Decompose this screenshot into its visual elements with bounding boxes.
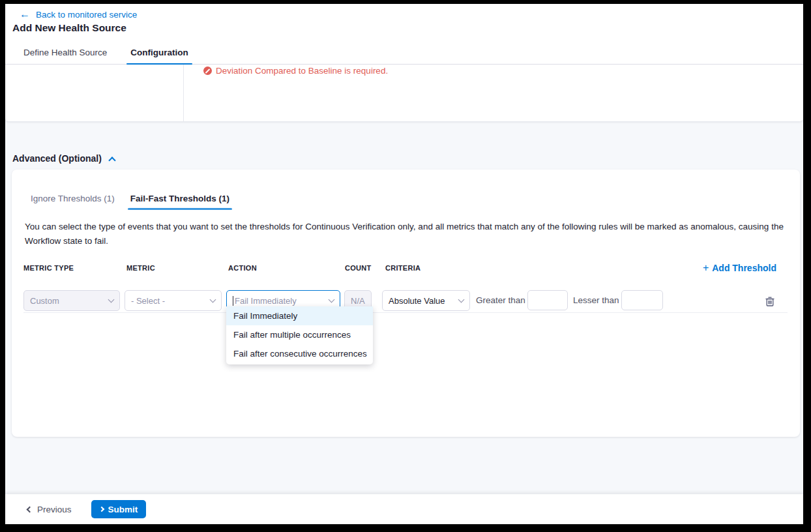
advanced-heading-label: Advanced (Optional): [12, 153, 102, 164]
advanced-optional-toggle[interactable]: Advanced (Optional): [12, 153, 115, 164]
count-value: N/A: [351, 296, 365, 306]
metric-type-value: Custom: [30, 296, 59, 306]
chevron-up-icon: [108, 156, 115, 164]
tab-configuration[interactable]: Configuration: [126, 40, 192, 64]
chevron-down-icon: [210, 296, 216, 303]
main-tabbar: Define Health Source Configuration: [5, 40, 803, 65]
add-threshold-label: Add Threshold: [712, 263, 776, 273]
back-link-label: Back to monitored service: [36, 10, 137, 20]
action-value: Fail Immediately: [235, 296, 297, 306]
criteria-select[interactable]: Absolute Value: [382, 290, 470, 311]
criteria-value: Absolute Value: [389, 296, 445, 306]
page-title: Add New Health Source: [12, 22, 126, 34]
footer-bar: Previous Submit: [5, 494, 803, 524]
text-caret: [233, 296, 233, 306]
menu-item-fail-immediately[interactable]: Fail Immediately: [226, 306, 373, 325]
previous-label: Previous: [37, 505, 72, 514]
panel-divider: [183, 65, 184, 121]
thresholds-tabbar: Ignore Thresholds (1) Fail-Fast Threshol…: [12, 170, 800, 210]
menu-item-fail-after-consecutive[interactable]: Fail after consecutive occurrences: [226, 344, 373, 363]
metric-value: - Select -: [131, 296, 165, 306]
col-metric: METRIC: [126, 264, 155, 272]
action-value-wrap: Fail Immediately: [233, 296, 297, 306]
action-dropdown-menu: Fail Immediately Fail after multiple occ…: [226, 306, 373, 364]
chevron-left-icon: [27, 506, 33, 512]
lesser-than-input[interactable]: [621, 290, 663, 310]
plus-icon: +: [703, 262, 709, 274]
submit-label: Submit: [108, 505, 138, 514]
lesser-than-label: Lesser than: [573, 295, 619, 305]
previous-button[interactable]: Previous: [27, 505, 72, 514]
metric-type-select[interactable]: Custom: [23, 290, 120, 311]
greater-than-input[interactable]: [527, 290, 568, 310]
back-to-monitored-service-link[interactable]: ← Back to monitored service: [20, 9, 137, 20]
threshold-row: Custom - Select - Fail Immediately N/A A…: [12, 290, 800, 312]
trash-icon: [765, 296, 775, 307]
greater-than-label: Greater than: [476, 295, 525, 305]
metric-select[interactable]: - Select -: [125, 290, 222, 311]
delete-threshold-button[interactable]: [763, 294, 777, 308]
col-metric-type: METRIC TYPE: [23, 264, 74, 272]
thresholds-description: You can select the type of events that y…: [25, 220, 784, 248]
tab-define-health-source[interactable]: Define Health Source: [20, 40, 111, 64]
submit-button[interactable]: Submit: [91, 500, 147, 518]
validation-error: Deviation Compared to Baseline is requir…: [203, 65, 388, 76]
thresholds-table-header: METRIC TYPE METRIC ACTION COUNT CRITERIA…: [12, 264, 800, 274]
col-count: COUNT: [345, 264, 372, 272]
chevron-right-icon: [98, 507, 104, 512]
back-arrow-icon: ←: [20, 9, 30, 20]
configuration-panel: Deviation Compared to Baseline is requir…: [5, 65, 803, 121]
row-divider: [23, 312, 788, 313]
thresholds-card: Ignore Thresholds (1) Fail-Fast Threshol…: [12, 170, 800, 437]
chevron-down-icon: [108, 296, 115, 303]
menu-item-fail-after-multiple[interactable]: Fail after multiple occurrences: [226, 325, 373, 344]
error-icon: [203, 66, 212, 75]
validation-error-text: Deviation Compared to Baseline is requir…: [216, 66, 388, 76]
add-threshold-button[interactable]: + Add Threshold: [703, 262, 776, 274]
tab-ignore-thresholds[interactable]: Ignore Thresholds (1): [28, 194, 117, 210]
tab-fail-fast-thresholds[interactable]: Fail-Fast Thresholds (1): [128, 194, 232, 210]
chevron-down-icon: [458, 296, 465, 303]
app-window: ← Back to monitored service Add New Heal…: [5, 4, 803, 524]
page-header: ← Back to monitored service Add New Heal…: [5, 4, 803, 40]
col-criteria: CRITERIA: [385, 264, 420, 272]
chevron-down-icon: [329, 296, 335, 303]
col-action: ACTION: [228, 264, 257, 272]
